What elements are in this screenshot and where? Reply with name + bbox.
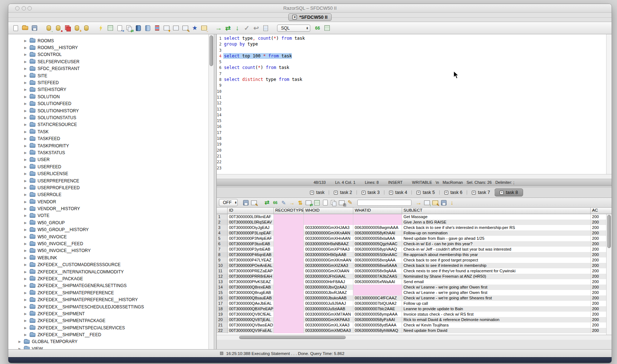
disclosure-triangle-icon[interactable]: ▶: [24, 53, 27, 56]
column-header-recordtypeid[interactable]: RECORDTYPEID: [274, 208, 304, 214]
sort-rows-icon[interactable]: ⇅: [296, 199, 304, 207]
column-header-id[interactable]: ID: [228, 208, 274, 214]
cell-whoid[interactable]: 0033000000GmXMDAA3: [304, 328, 353, 333]
row-number-cell[interactable]: 3: [217, 225, 228, 230]
result-tab-task-2[interactable]: ×task 2: [329, 189, 357, 196]
column-header-subject[interactable]: SUBJECT: [402, 208, 591, 214]
cell-whatid[interactable]: 00630000005S0bnAAC: [353, 252, 402, 257]
grid-vscrollbar-thumb[interactable]: [607, 215, 611, 248]
disclosure-triangle-icon[interactable]: ▶: [24, 291, 27, 295]
cell-id[interactable]: 00T3000000PRR8rEAH: [228, 274, 274, 279]
close-button[interactable]: [15, 6, 20, 10]
title-bar[interactable]: RazorSQL – SFDCW50 II: [8, 4, 612, 13]
cell-recordtypeid[interactable]: [274, 274, 304, 279]
cell-whoid[interactable]: 0033000000GmXHnAAN: [304, 236, 353, 241]
disclosure-triangle-icon[interactable]: ▶: [24, 333, 27, 337]
tree-item-userrole[interactable]: ▶USERROLE: [8, 191, 208, 198]
cell-whatid[interactable]: [353, 290, 402, 295]
cell-whoid[interactable]: [304, 220, 353, 225]
cell-activitydate[interactable]: 200: [591, 230, 607, 236]
cell-subject[interactable]: Give Jenn a BIG RAISE: [402, 220, 591, 225]
tree-item-zkfedex-shipmatescheduledjobssettings[interactable]: ▶ZKFEDEX__SHIPMATESCHEDULEDJOBSSETTINGS: [8, 303, 208, 310]
row-number-cell[interactable]: 19: [217, 312, 228, 317]
edit-table-icon[interactable]: [172, 24, 180, 32]
disclosure-triangle-icon[interactable]: ▶: [24, 179, 27, 183]
tree-item-rooms-history[interactable]: ▶ROOMS__HISTORY: [8, 44, 208, 51]
cell-subject[interactable]: Need update from David: [402, 328, 591, 333]
table-row[interactable]: 700T3000000P3yrbEAB0033000000GmXPYAA3006…: [217, 247, 612, 252]
disclosure-triangle-icon[interactable]: ▶: [24, 256, 27, 260]
form-view-icon[interactable]: [313, 199, 321, 207]
cell-recordtypeid[interactable]: [274, 225, 304, 230]
find-next-icon[interactable]: →: [415, 199, 423, 207]
cell-subject[interactable]: Check-in w/ Ed - can he join this year?: [402, 241, 591, 247]
help-book-icon[interactable]: [143, 24, 152, 32]
grid-vscrollbar[interactable]: [606, 214, 612, 335]
tab-close-icon[interactable]: ×: [417, 191, 420, 195]
quotes-icon[interactable]: 66: [313, 24, 322, 32]
tab-close-icon[interactable]: ×: [310, 191, 314, 195]
result-tab-task-5[interactable]: ×task 5: [412, 189, 439, 196]
cell-activitydate[interactable]: 200: [591, 268, 607, 274]
cell-whoid[interactable]: 0033000000H9aNBAAZ: [304, 241, 353, 247]
cell-subject[interactable]: Check w/ Leanne - we're going after Owen…: [402, 285, 591, 290]
tree-item-solution[interactable]: ▶SOLUTION: [8, 93, 208, 100]
copy-icon[interactable]: [329, 199, 337, 207]
cell-activitydate[interactable]: 200: [591, 322, 607, 328]
tree-item-w50-invoice-feed[interactable]: ▶W50_INVOICE__FEED: [8, 240, 208, 247]
results-list-icon[interactable]: [323, 24, 331, 32]
cell-id[interactable]: 00T3000000PfvKSEAZ: [228, 279, 274, 285]
query-builder-icon[interactable]: ▼: [162, 24, 171, 32]
cell-whoid[interactable]: 0033000000Ju9zlAAB: [304, 306, 353, 312]
cell-subject[interactable]: Leanne to provide update to Bain: [402, 306, 591, 312]
new-document-icon[interactable]: [11, 24, 20, 32]
fetch-icon[interactable]: ↓: [233, 24, 242, 32]
tree-item-zkfedex-shipmategeneralsettings[interactable]: ▶ZKFEDEX__SHIPMATEGENERALSETTINGS: [8, 282, 208, 289]
disclosure-triangle-icon[interactable]: ▶: [24, 151, 27, 155]
favorites-icon[interactable]: ★: [190, 24, 199, 32]
cell-activitydate[interactable]: 200: [591, 328, 607, 333]
disclosure-triangle-icon[interactable]: ▶: [24, 116, 27, 120]
table-row[interactable]: 1000T3000000POeAnEAL0033000000GmXIZAA300…: [217, 263, 612, 268]
disclosure-triangle-icon[interactable]: ▶: [24, 235, 27, 239]
cell-id[interactable]: 00T3000000P3N4pEAF: [228, 236, 274, 241]
cell-whatid[interactable]: 006300000058yKhAAI: [353, 230, 402, 236]
cell-subject[interactable]: Check back in to see if she's interested…: [402, 225, 591, 230]
tree-item-zkfedex-shipmatepreference-history[interactable]: ▶ZKFEDEX__SHIPMATEPREFERENCE__HISTORY: [8, 296, 208, 303]
cell-whatid[interactable]: 006300000058xw5AAA: [353, 263, 402, 268]
table-row[interactable]: 200T3000000L0RqSEAVGive Jenn a BIG RAISE…: [217, 220, 612, 225]
grid-search-input[interactable]: [357, 200, 411, 206]
tree-item-userprofilefeed[interactable]: ▶USERPROFILEFEED: [8, 184, 208, 191]
disclosure-triangle-icon[interactable]: ▶: [24, 193, 27, 196]
cell-recordtypeid[interactable]: [274, 328, 304, 333]
tree-item-userpreference[interactable]: ▶USERPREFERENCE: [8, 177, 208, 184]
log-icon[interactable]: [261, 24, 270, 32]
disclosure-triangle-icon[interactable]: ▶: [24, 158, 27, 161]
table-row[interactable]: 800T3000000P46qnEAB0033000000H9i0pAAB006…: [217, 252, 612, 257]
tree-item-zkfedex-package[interactable]: ▶ZKFEDEX__PACKAGE: [8, 275, 208, 282]
disclosure-triangle-icon[interactable]: ▶: [24, 200, 27, 204]
tree-item-zkfedex-shipmatepreference[interactable]: ▶ZKFEDEX__SHIPMATEPREFERENCE: [8, 289, 208, 296]
cell-whatid[interactable]: 0013000000C4fFCAAZ: [353, 295, 402, 301]
cell-activitydate[interactable]: 200: [591, 301, 607, 306]
edit-cell-icon[interactable]: ✎: [280, 199, 288, 207]
cell-whoid[interactable]: 0033000000GmXPYAA3: [304, 247, 353, 252]
highlight-pen-icon[interactable]: ✎: [346, 199, 354, 207]
document-tab[interactable]: × *SFDCW50 II: [288, 13, 331, 21]
cell-whoid[interactable]: 0033000000JFhGlAAL: [304, 274, 353, 279]
tree-item-zkfedex-customaddresssource[interactable]: ▶ZKFEDEX__CUSTOMADDRESSSOURCE: [8, 261, 208, 268]
cell-id[interactable]: 00T3000000OiyJgEAJ: [228, 225, 274, 230]
cell-subject[interactable]: Follow up call: [402, 301, 591, 306]
disclosure-triangle-icon[interactable]: ▶: [24, 284, 27, 287]
cell-subject[interactable]: Need update from Bain - gave go ahead 1/…: [402, 236, 591, 241]
commit-icon[interactable]: [63, 24, 72, 32]
cell-whatid[interactable]: 006300000058x9qAAA: [353, 268, 402, 274]
tree-item-zkfedex-shipment[interactable]: ▶ZKFEDEX__SHIPMENT: [8, 310, 208, 317]
cell-recordtypeid[interactable]: [274, 306, 304, 312]
cell-whoid[interactable]: 0033000000GmXKnAAN: [304, 230, 353, 236]
tree-item-w50-invoice[interactable]: ▶W50_INVOICE: [8, 233, 208, 240]
cell-id[interactable]: 00T3000000QBXPeEAP: [228, 306, 274, 312]
tree-item-zkfedex-shipment-feed[interactable]: ▶ZKFEDEX__SHIPMENT__FEED: [8, 331, 208, 338]
cell-whatid[interactable]: [353, 285, 402, 290]
disclosure-triangle-icon[interactable]: ▶: [24, 270, 27, 274]
